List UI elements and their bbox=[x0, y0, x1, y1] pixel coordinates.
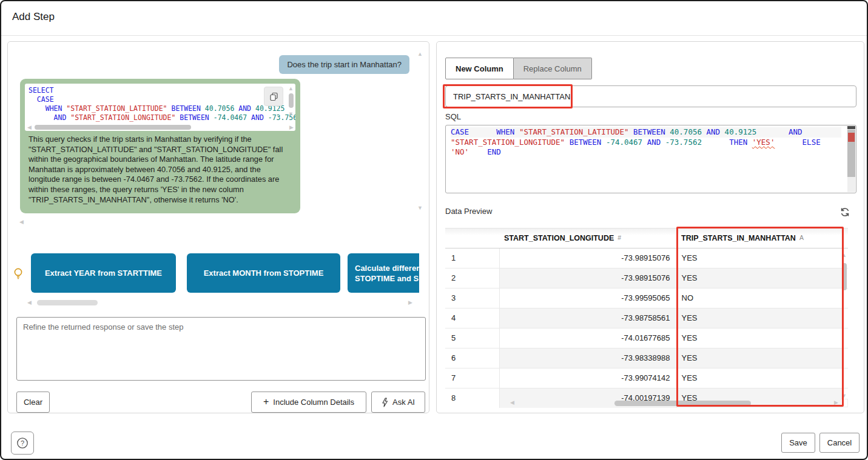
include-column-details-button[interactable]: + Include Column Details bbox=[251, 392, 366, 413]
cancel-button[interactable]: Cancel bbox=[819, 433, 860, 453]
sql-label: SQL bbox=[445, 112, 461, 121]
table-scroll-left-arrow[interactable]: ◀ bbox=[510, 400, 514, 405]
table-scroll-down-arrow[interactable]: ▼ bbox=[841, 393, 847, 399]
suggestions-scroll-left-arrow[interactable]: ◀ bbox=[27, 300, 32, 305]
column-editor-panel: New Column Replace Column SQL CASE WHEN … bbox=[436, 41, 864, 413]
row-number-cell: 2 bbox=[445, 268, 499, 288]
clear-button[interactable]: Clear bbox=[16, 392, 50, 413]
table-scroll-up-arrow[interactable]: ▲ bbox=[841, 253, 847, 258]
table-vscroll-thumb[interactable] bbox=[842, 263, 847, 290]
row-number-cell: 7 bbox=[445, 368, 499, 388]
spacer-header bbox=[842, 228, 848, 248]
spacer-cell bbox=[842, 328, 848, 348]
manhattan-cell: YES bbox=[676, 268, 842, 288]
suggestions-scroll-right-arrow[interactable]: ▶ bbox=[408, 300, 412, 305]
column-header-manhattan[interactable]: TRIP_STARTS_IN_MANHATTANA bbox=[676, 228, 842, 248]
row-number-cell: 5 bbox=[445, 328, 499, 348]
manhattan-cell: YES bbox=[676, 348, 842, 368]
refresh-button[interactable] bbox=[837, 204, 853, 220]
suggestions-scroll-thumb[interactable] bbox=[37, 300, 98, 305]
column-header-longitude[interactable]: START_STATION_LONGITUDE# bbox=[499, 228, 676, 248]
suggestion-label-line: STOPTIME and S bbox=[355, 273, 419, 284]
code-scroll-down-arrow[interactable]: ▼ bbox=[288, 112, 294, 117]
copy-button[interactable] bbox=[264, 87, 283, 106]
manhattan-cell: YES bbox=[676, 328, 842, 348]
table-row: 5-74.01677685YES bbox=[445, 328, 848, 348]
longitude-cell: -73.98758561 bbox=[499, 308, 676, 328]
row-number-cell: 1 bbox=[445, 248, 499, 268]
table-hscroll-thumb[interactable] bbox=[614, 401, 751, 406]
page-title: Add Step bbox=[12, 11, 55, 23]
row-number-cell: 3 bbox=[445, 288, 499, 308]
suggestion-label-line: Calculate differen bbox=[355, 263, 419, 273]
table-row: 4-73.98758561YES bbox=[445, 308, 848, 328]
refine-input[interactable] bbox=[16, 317, 426, 381]
longitude-cell: -74.01677685 bbox=[499, 328, 676, 348]
longitude-cell: -73.99595065 bbox=[499, 288, 676, 308]
table-row: 7-73.99074142YES bbox=[445, 368, 848, 388]
code-scroll-left-arrow[interactable]: ◀ bbox=[27, 125, 32, 130]
text-type-icon: A bbox=[799, 234, 804, 241]
refresh-icon bbox=[839, 207, 850, 218]
scroll-left-arrow[interactable]: ◀ bbox=[19, 219, 24, 225]
table-row: 6-73.98338988YES bbox=[445, 348, 848, 368]
sql-code-lines: CASE WHEN "START_STATION_LATITUDE" BETWE… bbox=[446, 127, 846, 158]
spacer-cell bbox=[842, 308, 848, 328]
tab-new-column[interactable]: New Column bbox=[445, 58, 514, 79]
ask-ai-label: Ask AI bbox=[392, 398, 415, 407]
longitude-cell: -73.99074142 bbox=[499, 368, 676, 388]
plus-icon: + bbox=[263, 396, 269, 407]
copy-icon bbox=[269, 92, 278, 101]
column-name-input[interactable] bbox=[445, 85, 856, 107]
spacer-cell bbox=[842, 368, 848, 388]
manhattan-cell: YES bbox=[676, 308, 842, 328]
column-mode-tabs: New Column Replace Column bbox=[445, 58, 592, 79]
table-scroll-right-arrow[interactable]: ▶ bbox=[834, 400, 838, 405]
row-number-cell: 8 bbox=[445, 388, 499, 408]
sql-warning-marker bbox=[848, 133, 855, 142]
table-row: 2-73.98915076YES bbox=[445, 268, 848, 288]
scroll-up-arrow[interactable]: ▲ bbox=[417, 52, 423, 57]
help-button[interactable]: ? bbox=[11, 432, 34, 455]
lightbulb-icon bbox=[13, 267, 24, 281]
add-step-dialog: Add Step ▲ ▼ ◀ Does the trip start in Ma… bbox=[0, 0, 868, 460]
manhattan-cell: YES bbox=[676, 368, 842, 388]
assistant-code-lines: SELECT CASE WHEN "START_STATION_LATITUDE… bbox=[25, 86, 295, 122]
save-button[interactable]: Save bbox=[781, 433, 815, 453]
assistant-code-block: SELECT CASE WHEN "START_STATION_LATITUDE… bbox=[25, 84, 295, 131]
code-vscroll-thumb[interactable] bbox=[289, 93, 294, 108]
table-row: 3-73.99595065NO bbox=[445, 288, 848, 308]
row-number-cell: 4 bbox=[445, 308, 499, 328]
sql-scrollbar-top-bar bbox=[847, 126, 855, 129]
data-preview-table: START_STATION_LONGITUDE# TRIP_STARTS_IN_… bbox=[445, 228, 848, 408]
preview-tbody: 1-73.98915076YES2-73.98915076YES3-73.995… bbox=[445, 248, 848, 408]
spacer-cell bbox=[842, 348, 848, 368]
longitude-cell: -73.98915076 bbox=[499, 268, 676, 288]
user-message-bubble: Does the trip start in Manhattan? bbox=[279, 55, 409, 74]
table-header-row: START_STATION_LONGITUDE# TRIP_STARTS_IN_… bbox=[445, 228, 848, 248]
assistant-explanation: This query checks if the trip starts in … bbox=[29, 135, 294, 205]
sql-editor-scrollbar[interactable] bbox=[847, 126, 855, 192]
assistant-message-bubble: SELECT CASE WHEN "START_STATION_LATITUDE… bbox=[20, 79, 300, 213]
longitude-cell: -73.98915076 bbox=[499, 248, 676, 268]
tab-replace-column[interactable]: Replace Column bbox=[514, 58, 592, 79]
numeric-type-icon: # bbox=[617, 234, 621, 241]
code-hscroll-thumb[interactable] bbox=[35, 125, 191, 130]
spacer-cell bbox=[842, 288, 848, 308]
ai-chat-panel: ▲ ▼ ◀ Does the trip start in Manhattan? … bbox=[7, 41, 429, 413]
code-scroll-right-arrow[interactable]: ▶ bbox=[289, 125, 294, 130]
suggestion-button-clip: Calculate differen STOPTIME and S bbox=[348, 253, 419, 293]
ask-ai-button[interactable]: Ask AI bbox=[371, 392, 425, 413]
longitude-cell: -73.98338988 bbox=[499, 348, 676, 368]
suggestion-button-calculate-difference[interactable]: Calculate differen STOPTIME and S bbox=[348, 253, 419, 293]
question-mark-icon: ? bbox=[16, 436, 29, 450]
code-scroll-up-arrow[interactable]: ▲ bbox=[288, 86, 294, 92]
column-header-label: START_STATION_LONGITUDE bbox=[504, 234, 614, 242]
row-number-header bbox=[445, 228, 499, 248]
suggestion-button-extract-year[interactable]: Extract YEAR from STARTTIME bbox=[31, 253, 176, 293]
svg-text:?: ? bbox=[21, 439, 24, 447]
sql-editor[interactable]: CASE WHEN "START_STATION_LATITUDE" BETWE… bbox=[445, 125, 856, 193]
table-row: 1-73.98915076YES bbox=[445, 248, 848, 268]
scroll-down-arrow[interactable]: ▼ bbox=[417, 205, 423, 211]
suggestion-button-extract-month[interactable]: Extract MONTH from STOPTIME bbox=[187, 253, 340, 293]
